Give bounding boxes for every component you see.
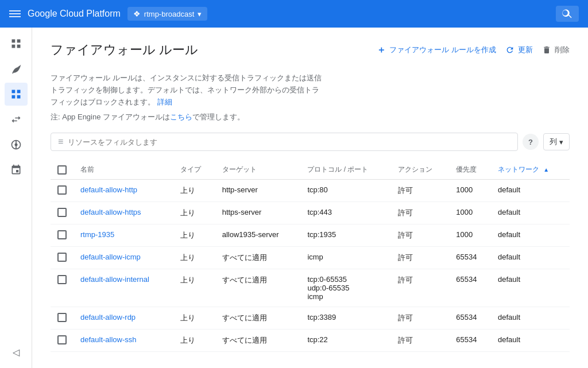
sidebar-icon-firewall[interactable] (5, 83, 28, 106)
th-network[interactable]: ネットワーク ▲ (491, 160, 570, 180)
svg-rect-0 (9, 10, 21, 11)
cell-network: default (491, 180, 570, 202)
cell-priority: 1000 (449, 180, 491, 202)
sidebar-icon-routes[interactable] (5, 108, 28, 131)
columns-button[interactable]: 列 ▾ (543, 133, 570, 150)
hamburger-icon[interactable] (9, 8, 21, 20)
sidebar-icon-peering[interactable] (5, 133, 28, 156)
table-row: rtmp-1935上りallow1935-servertcp:1935許可100… (51, 224, 570, 247)
cell-network: default (491, 224, 570, 247)
cell-priority: 65534 (449, 269, 491, 307)
cols-dropdown-icon: ▾ (559, 138, 563, 146)
row-checkbox[interactable] (57, 313, 67, 322)
table-row: default-allow-icmp上りすべてに適用icmp許可65534def… (51, 247, 570, 269)
row-checkbox[interactable] (57, 335, 67, 344)
cell-target: https-server (215, 202, 301, 224)
filter-input[interactable] (68, 138, 510, 146)
cell-priority: 65534 (449, 330, 491, 352)
cell-target: すべてに適用 (215, 330, 301, 352)
cell-protocol_port: icmp (300, 247, 390, 269)
detail-link[interactable]: 詳細 (157, 98, 172, 106)
rule-name-link[interactable]: default-allow-https (80, 208, 141, 216)
cell-type: 上り (173, 330, 215, 352)
th-type: タイプ (173, 160, 215, 180)
cell-action: 許可 (391, 330, 450, 352)
cell-target: すべてに適用 (215, 269, 301, 307)
table-row: default-allow-internal上りすべてに適用tcp:0-6553… (51, 269, 570, 307)
sidebar-icon-grid[interactable] (5, 32, 28, 55)
sidebar-collapse-icon[interactable]: ◁ (5, 340, 28, 363)
cell-network: default (491, 307, 570, 330)
project-name: rtmp-broadcast (144, 10, 194, 18)
project-selector[interactable]: ❖ rtmp-broadcast ▾ (127, 7, 207, 21)
help-icon[interactable]: ? (523, 134, 539, 150)
row-checkbox[interactable] (57, 230, 67, 239)
cell-target: すべてに適用 (215, 247, 301, 269)
cell-protocol_port: tcp:22 (300, 330, 390, 352)
rule-name-link[interactable]: default-allow-internal (80, 275, 149, 284)
cell-priority: 1000 (449, 202, 491, 224)
cell-protocol_port: tcp:3389 (300, 307, 390, 330)
table-row: default-allow-ssh上りすべてに適用tcp:22許可65534de… (51, 330, 570, 352)
cell-network: default (491, 247, 570, 269)
project-icon: ❖ (133, 9, 141, 18)
app-title: Google Cloud Platform (28, 9, 121, 19)
sidebar-icon-network[interactable] (5, 57, 28, 80)
cell-priority: 65534 (449, 307, 491, 330)
row-checkbox[interactable] (57, 275, 67, 284)
sort-arrow-icon: ▲ (543, 166, 549, 173)
table-row: default-allow-http上りhttp-servertcp:80許可1… (51, 180, 570, 202)
row-checkbox[interactable] (57, 185, 67, 195)
app-engine-link[interactable]: こちら (170, 113, 192, 121)
cell-target: すべてに適用 (215, 307, 301, 330)
rule-name-link[interactable]: default-allow-rdp (80, 313, 136, 321)
filter-icon: ≡ (58, 137, 63, 147)
filter-bar: ≡ ? 列 ▾ (51, 133, 570, 151)
cell-network: default (491, 202, 570, 224)
delete-button[interactable]: 削除 (542, 45, 570, 55)
firewall-rules-table: 名前 タイプ ターゲット プロトコル / ポート アクション 優先度 ネットワー… (51, 160, 570, 352)
svg-rect-1 (9, 13, 21, 14)
table-row: default-allow-rdp上りすべてに適用tcp:3389許可65534… (51, 307, 570, 330)
svg-rect-2 (9, 16, 21, 17)
cell-network: default (491, 269, 570, 307)
dropdown-icon: ▾ (198, 10, 202, 18)
row-checkbox[interactable] (57, 208, 67, 217)
svg-rect-6 (17, 45, 20, 48)
cell-type: 上り (173, 307, 215, 330)
select-all-checkbox[interactable] (57, 165, 67, 175)
rule-name-link[interactable]: default-allow-ssh (80, 335, 137, 344)
cell-protocol_port: tcp:0-65535udp:0-65535icmp (300, 269, 390, 307)
row-checkbox[interactable] (57, 253, 67, 262)
cell-action: 許可 (391, 202, 450, 224)
rule-name-link[interactable]: default-allow-icmp (80, 253, 141, 261)
rule-name-link[interactable]: default-allow-http (80, 185, 137, 194)
sidebar-icon-interconnect[interactable] (5, 158, 28, 181)
add-icon: ＋ (377, 44, 386, 56)
th-target: ターゲット (215, 160, 301, 180)
page-header: ファイアウォール ルール ＋ ファイアウォール ルールを作成 更新 削除 (51, 41, 570, 59)
cell-type: 上り (173, 247, 215, 269)
cell-action: 許可 (391, 269, 450, 307)
th-protocol-port: プロトコル / ポート (300, 160, 390, 180)
refresh-button[interactable]: 更新 (505, 45, 533, 55)
cell-protocol_port: tcp:80 (300, 180, 390, 202)
filter-input-wrapper[interactable]: ≡ (51, 133, 518, 151)
cell-priority: 65534 (449, 247, 491, 269)
cell-action: 許可 (391, 247, 450, 269)
cell-protocol_port: tcp:443 (300, 202, 390, 224)
svg-rect-5 (11, 45, 15, 48)
cell-target: http-server (215, 180, 301, 202)
th-action: アクション (391, 160, 450, 180)
create-rule-button[interactable]: ＋ ファイアウォール ルールを作成 (377, 44, 496, 56)
cell-action: 許可 (391, 307, 450, 330)
sidebar: ◁ (0, 28, 32, 368)
top-nav: Google Cloud Platform ❖ rtmp-broadcast ▾ (0, 0, 588, 28)
cell-type: 上り (173, 202, 215, 224)
cell-protocol_port: tcp:1935 (300, 224, 390, 247)
svg-rect-4 (17, 40, 20, 43)
rule-name-link[interactable]: rtmp-1935 (80, 230, 114, 239)
main-content: ファイアウォール ルール ＋ ファイアウォール ルールを作成 更新 削除 ファ (32, 28, 588, 368)
search-button[interactable] (556, 6, 579, 22)
cell-type: 上り (173, 224, 215, 247)
